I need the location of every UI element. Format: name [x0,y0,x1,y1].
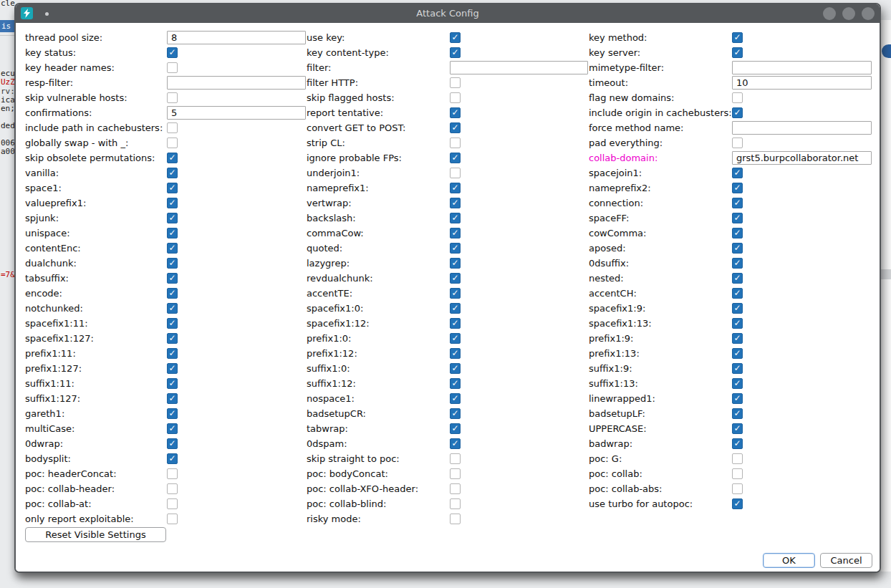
checkbox-checked[interactable]: ✓ [450,243,461,254]
checkbox-checked[interactable]: ✓ [450,228,461,238]
checkbox-checked[interactable]: ✓ [167,348,178,359]
checkbox-checked[interactable]: ✓ [450,183,461,193]
text-field[interactable] [167,31,306,44]
checkbox-unchecked[interactable] [450,77,461,88]
checkbox-checked[interactable]: ✓ [450,423,461,434]
text-field[interactable] [732,121,872,135]
checkbox-checked[interactable]: ✓ [732,32,743,43]
checkbox-checked[interactable]: ✓ [732,183,743,193]
ok-button[interactable]: OK [763,553,815,568]
checkbox-checked[interactable]: ✓ [450,213,461,223]
checkbox-checked[interactable]: ✓ [450,273,461,284]
checkbox-unchecked[interactable] [450,514,461,524]
checkbox-unchecked[interactable] [167,468,178,479]
checkbox-unchecked[interactable] [732,483,743,494]
checkbox-unchecked[interactable] [450,453,461,464]
checkbox-checked[interactable]: ✓ [732,273,743,284]
checkbox-checked[interactable]: ✓ [732,363,743,374]
text-field[interactable] [450,61,588,74]
checkbox-checked[interactable]: ✓ [167,393,178,404]
checkbox-checked[interactable]: ✓ [450,348,461,359]
checkbox-checked[interactable]: ✓ [167,243,178,254]
checkbox-unchecked[interactable] [167,122,178,133]
checkbox-checked[interactable]: ✓ [732,318,743,329]
text-field[interactable] [167,76,306,90]
checkbox-unchecked[interactable] [732,453,743,464]
checkbox-checked[interactable]: ✓ [732,198,743,208]
checkbox-unchecked[interactable] [167,92,178,103]
checkbox-checked[interactable]: ✓ [450,318,461,329]
window-minimize-button[interactable] [823,7,836,20]
checkbox-checked[interactable]: ✓ [732,228,743,238]
checkbox-checked[interactable]: ✓ [732,498,743,509]
checkbox-checked[interactable]: ✓ [732,438,743,449]
checkbox-checked[interactable]: ✓ [167,423,178,434]
checkbox-checked[interactable]: ✓ [450,303,461,314]
checkbox-checked[interactable]: ✓ [732,243,743,254]
checkbox-checked[interactable]: ✓ [732,258,743,269]
checkbox-checked[interactable]: ✓ [450,288,461,299]
checkbox-unchecked[interactable] [167,62,178,73]
checkbox-checked[interactable]: ✓ [167,153,178,163]
checkbox-checked[interactable]: ✓ [167,258,178,269]
window-close-button[interactable] [862,7,875,20]
checkbox-checked[interactable]: ✓ [450,438,461,449]
checkbox-checked[interactable]: ✓ [450,47,461,58]
checkbox-checked[interactable]: ✓ [167,378,178,389]
checkbox-checked[interactable]: ✓ [450,378,461,389]
window-maximize-button[interactable] [842,7,855,20]
checkbox-checked[interactable]: ✓ [450,32,461,43]
checkbox-checked[interactable]: ✓ [450,258,461,269]
checkbox-checked[interactable]: ✓ [732,378,743,389]
checkbox-unchecked[interactable] [732,138,743,148]
text-field[interactable] [732,76,872,90]
checkbox-checked[interactable]: ✓ [167,198,178,208]
checkbox-checked[interactable]: ✓ [732,168,743,178]
checkbox-checked[interactable]: ✓ [732,348,743,359]
checkbox-checked[interactable]: ✓ [167,273,178,284]
checkbox-checked[interactable]: ✓ [167,408,178,419]
reset-visible-settings-button[interactable]: Reset Visible Settings [25,527,166,542]
checkbox-checked[interactable]: ✓ [167,453,178,464]
cancel-button[interactable]: Cancel [820,553,872,568]
checkbox-unchecked[interactable] [450,92,461,103]
checkbox-checked[interactable]: ✓ [167,438,178,449]
checkbox-checked[interactable]: ✓ [450,107,461,118]
titlebar[interactable]: Attack Config [16,4,880,23]
checkbox-checked[interactable]: ✓ [450,198,461,208]
checkbox-checked[interactable]: ✓ [732,333,743,344]
checkbox-checked[interactable]: ✓ [732,408,743,419]
checkbox-checked[interactable]: ✓ [167,363,178,374]
checkbox-checked[interactable]: ✓ [167,228,178,238]
checkbox-checked[interactable]: ✓ [167,183,178,193]
checkbox-checked[interactable]: ✓ [450,333,461,344]
checkbox-unchecked[interactable] [167,483,178,494]
text-field[interactable] [732,151,872,165]
checkbox-checked[interactable]: ✓ [167,333,178,344]
checkbox-unchecked[interactable] [167,138,178,148]
checkbox-checked[interactable]: ✓ [450,363,461,374]
checkbox-checked[interactable]: ✓ [167,168,178,178]
checkbox-unchecked[interactable] [732,92,743,103]
checkbox-checked[interactable]: ✓ [167,288,178,299]
checkbox-unchecked[interactable] [450,138,461,148]
checkbox-unchecked[interactable] [450,483,461,494]
checkbox-checked[interactable]: ✓ [732,423,743,434]
checkbox-unchecked[interactable] [167,498,178,509]
checkbox-unchecked[interactable] [450,498,461,509]
checkbox-unchecked[interactable] [450,468,461,479]
checkbox-unchecked[interactable] [732,468,743,479]
checkbox-checked[interactable]: ✓ [167,47,178,58]
checkbox-checked[interactable]: ✓ [732,393,743,404]
text-field[interactable] [167,106,306,120]
checkbox-checked[interactable]: ✓ [450,153,461,163]
checkbox-checked[interactable]: ✓ [450,393,461,404]
checkbox-checked[interactable]: ✓ [732,107,743,118]
text-field[interactable] [732,61,872,74]
checkbox-checked[interactable]: ✓ [732,47,743,58]
checkbox-checked[interactable]: ✓ [732,303,743,314]
checkbox-checked[interactable]: ✓ [167,303,178,314]
checkbox-checked[interactable]: ✓ [167,213,178,223]
checkbox-checked[interactable]: ✓ [450,408,461,419]
checkbox-checked[interactable]: ✓ [167,318,178,329]
